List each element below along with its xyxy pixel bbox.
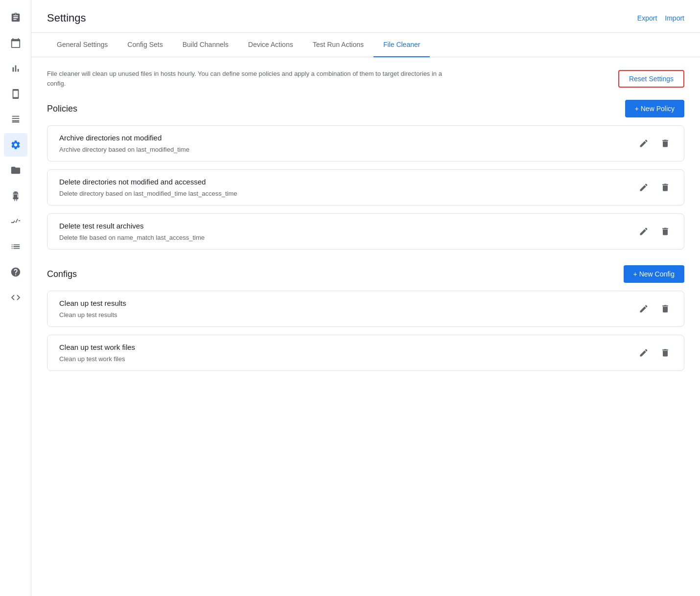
- policy-actions-2: [637, 181, 672, 194]
- import-link[interactable]: Import: [665, 14, 684, 22]
- policy-info-3: Delete test result archives Delete file …: [59, 222, 637, 241]
- policy-card-2: Delete directories not modified and acce…: [47, 169, 684, 206]
- config-desc-1: Clean up test results: [59, 311, 637, 319]
- config-card-1: Clean up test results Clean up test resu…: [47, 291, 684, 327]
- policy-delete-button-1[interactable]: [658, 137, 672, 150]
- policy-edit-button-2[interactable]: [637, 181, 651, 194]
- tab-test-run-actions[interactable]: Test Run Actions: [303, 33, 373, 57]
- new-policy-button[interactable]: + New Policy: [625, 100, 684, 117]
- sidebar-item-calendar[interactable]: [4, 31, 27, 55]
- content-area: File cleaner will clean up unused files …: [31, 57, 700, 596]
- sidebar-item-clipboard[interactable]: [4, 6, 27, 29]
- policy-name-1: Archive directories not modified: [59, 134, 637, 142]
- configs-section-header: Configs + New Config: [47, 265, 684, 283]
- reset-settings-button[interactable]: Reset Settings: [618, 70, 684, 88]
- config-card-2: Clean up test work files Clean up test w…: [47, 335, 684, 371]
- policy-delete-button-3[interactable]: [658, 225, 672, 238]
- page-header: Settings Export Import: [31, 0, 700, 33]
- policy-name-3: Delete test result archives: [59, 222, 637, 230]
- sidebar-item-folder[interactable]: [4, 159, 27, 182]
- config-actions-1: [637, 302, 672, 316]
- config-delete-button-1[interactable]: [658, 302, 672, 316]
- description-bar: File cleaner will clean up unused files …: [47, 69, 684, 88]
- sidebar-item-device[interactable]: [4, 82, 27, 106]
- sidebar-item-pulse[interactable]: [4, 209, 27, 233]
- policy-edit-button-1[interactable]: [637, 137, 651, 150]
- configs-title: Configs: [47, 269, 77, 279]
- sidebar-item-code[interactable]: [4, 286, 27, 309]
- sidebar-item-android[interactable]: [4, 184, 27, 207]
- new-config-button[interactable]: + New Config: [624, 265, 684, 283]
- policy-card-1: Archive directories not modified Archive…: [47, 125, 684, 161]
- sidebar-item-help[interactable]: [4, 260, 27, 284]
- config-delete-button-2[interactable]: [658, 346, 672, 360]
- config-desc-2: Clean up test work files: [59, 355, 637, 363]
- header-actions: Export Import: [637, 14, 684, 22]
- policy-card-3: Delete test result archives Delete file …: [47, 213, 684, 250]
- config-name-1: Clean up test results: [59, 299, 637, 307]
- tab-build-channels[interactable]: Build Channels: [173, 33, 238, 57]
- tab-config-sets[interactable]: Config Sets: [117, 33, 172, 57]
- sidebar-item-server[interactable]: [4, 108, 27, 131]
- page-title: Settings: [47, 12, 86, 24]
- policy-info-1: Archive directories not modified Archive…: [59, 134, 637, 153]
- policy-actions-1: [637, 137, 672, 150]
- policy-info-2: Delete directories not modified and acce…: [59, 178, 637, 197]
- export-link[interactable]: Export: [637, 14, 657, 22]
- policy-edit-button-3[interactable]: [637, 225, 651, 238]
- sidebar-item-chart[interactable]: [4, 57, 27, 80]
- policies-title: Policies: [47, 104, 77, 114]
- policy-desc-3: Delete file based on name_match last_acc…: [59, 234, 637, 241]
- tab-file-cleaner[interactable]: File Cleaner: [373, 33, 430, 57]
- config-name-2: Clean up test work files: [59, 343, 637, 351]
- config-edit-button-1[interactable]: [637, 302, 651, 316]
- sidebar-item-settings[interactable]: [4, 133, 27, 157]
- policies-section-header: Policies + New Policy: [47, 100, 684, 117]
- tab-general-settings[interactable]: General Settings: [47, 33, 117, 57]
- config-edit-button-2[interactable]: [637, 346, 651, 360]
- policy-delete-button-2[interactable]: [658, 181, 672, 194]
- policy-name-2: Delete directories not modified and acce…: [59, 178, 637, 186]
- config-info-2: Clean up test work files Clean up test w…: [59, 343, 637, 363]
- sidebar: [0, 0, 31, 596]
- config-actions-2: [637, 346, 672, 360]
- policy-actions-3: [637, 225, 672, 238]
- config-info-1: Clean up test results Clean up test resu…: [59, 299, 637, 319]
- description-text: File cleaner will clean up unused files …: [47, 69, 448, 88]
- sidebar-item-list[interactable]: [4, 235, 27, 258]
- policy-desc-2: Delete directory based on last_modified_…: [59, 190, 637, 197]
- tabs-container: General Settings Config Sets Build Chann…: [31, 33, 700, 57]
- tab-device-actions[interactable]: Device Actions: [238, 33, 303, 57]
- policy-desc-1: Archive directory based on last_modified…: [59, 146, 637, 153]
- main-content: Settings Export Import General Settings …: [31, 0, 700, 596]
